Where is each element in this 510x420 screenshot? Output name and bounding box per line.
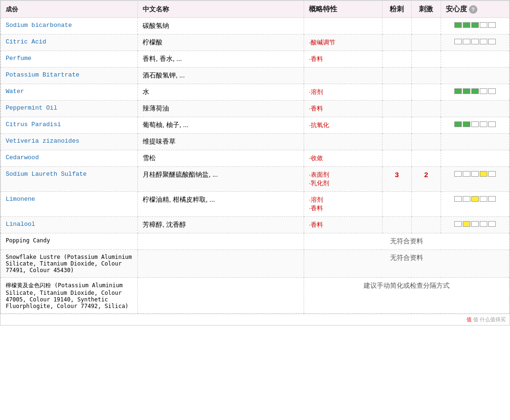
ingredient-link[interactable]: Citric Acid (6, 38, 46, 45)
cell-cn: 维提味香草 (137, 134, 304, 150)
cell-cn: 水 (137, 84, 304, 101)
table-row: Citrus Paradisi葡萄柚, 柚子, ...·抗氧化 (1, 117, 510, 134)
cell-ingredient[interactable]: Perfume (1, 51, 138, 68)
cell-prop: ·收敛 (304, 150, 382, 167)
cell-irritant (411, 68, 441, 84)
cell-cn: 香料, 香水, ... (137, 51, 304, 68)
ingredient-link[interactable]: Citrus Paradisi (6, 121, 61, 128)
cell-cn (137, 250, 304, 278)
cell-prop: 建议手动简化或检查分隔方式 (304, 278, 510, 314)
table-row: Popping Candy无符合资料 (1, 233, 510, 250)
cell-safety (441, 101, 509, 117)
cell-irritant: 2 (411, 167, 441, 192)
cell-prop (304, 134, 382, 150)
cell-powder (382, 117, 411, 134)
ingredient-link[interactable]: Perfume (6, 55, 32, 62)
cell-cn: 碳酸氢钠 (137, 18, 304, 34)
cell-ingredient[interactable]: Water (1, 84, 138, 101)
cell-ingredient[interactable]: Sodium bicarbonate (1, 18, 138, 34)
cell-prop: ·香料 (304, 101, 382, 117)
cell-prop (304, 68, 382, 84)
table-header-row: 成份 中文名称 概略特性 粉刺 刺激 安心度 ? (1, 1, 510, 18)
cell-cn: 柠檬酸 (137, 34, 304, 51)
table-body: Sodium bicarbonate碳酸氢钠Citric Acid柠檬酸·酸碱调… (1, 18, 510, 314)
cell-ingredient[interactable]: Citrus Paradisi (1, 117, 138, 134)
table-row: Potassium Bitartrate酒石酸氢钾, ... (1, 68, 510, 84)
cell-powder (382, 18, 411, 34)
cell-cn: 月桂醇聚醚硫酸酯钠盐, ... (137, 167, 304, 192)
cell-safety (441, 51, 509, 68)
header-ingredient: 成份 (1, 1, 138, 18)
header-cn: 中文名称 (137, 1, 304, 18)
ingredient-table-container: 成份 中文名称 概略特性 粉刺 刺激 安心度 ? Sodium bicarbon… (0, 0, 510, 326)
ingredient-link[interactable]: Vetiveria zizanoides (6, 137, 79, 145)
cell-powder (382, 84, 411, 101)
cell-prop (304, 18, 382, 34)
table-row: Perfume香料, 香水, ...·香料 (1, 51, 510, 68)
table-row: Linalool芳樟醇, 沈香醇·香料 (1, 217, 510, 233)
cell-safety (441, 192, 509, 217)
cell-safety (441, 217, 509, 233)
cell-irritant (411, 34, 441, 51)
cell-powder (382, 150, 411, 167)
cell-prop: ·香料 (304, 51, 382, 68)
cell-ingredient[interactable]: Peppermint Oil (1, 101, 138, 117)
cell-powder (382, 51, 411, 68)
cell-ingredient[interactable]: Potassium Bitartrate (1, 68, 138, 84)
cell-powder: 3 (382, 167, 411, 192)
header-prop: 概略特性 (304, 1, 382, 18)
cell-ingredient[interactable]: Vetiveria zizanoides (1, 134, 138, 150)
table-row: Vetiveria zizanoides维提味香草 (1, 134, 510, 150)
cell-ingredient[interactable]: Citric Acid (1, 34, 138, 51)
cell-prop: ·表面剂·乳化剂 (304, 167, 382, 192)
cell-ingredient[interactable]: Linalool (1, 217, 138, 233)
cell-ingredient[interactable]: Limonene (1, 192, 138, 217)
cell-prop: ·香料 (304, 217, 382, 233)
cell-safety (441, 117, 509, 134)
cell-cn: 酒石酸氢钾, ... (137, 68, 304, 84)
cell-irritant (411, 150, 441, 167)
table-row: Sodium Laureth Sulfate月桂醇聚醚硫酸酯钠盐, ...·表面… (1, 167, 510, 192)
cell-safety (441, 134, 509, 150)
cell-cn (137, 233, 304, 250)
cell-safety (441, 84, 509, 101)
cell-prop: 无符合资料 (304, 250, 510, 278)
ingredient-link[interactable]: Cedarwood (6, 154, 39, 161)
cell-irritant (411, 217, 441, 233)
cell-irritant (411, 18, 441, 34)
ingredient-link[interactable]: Sodium bicarbonate (6, 22, 72, 29)
ingredient-link[interactable]: Water (6, 88, 24, 95)
table-row: Limonene柠檬油精, 柑橘皮粹取, ...·溶剂·香料 (1, 192, 510, 217)
cell-ingredient: Snowflake Lustre (Potassium Aluminium Si… (1, 250, 138, 278)
cell-powder (382, 68, 411, 84)
cell-safety (441, 167, 509, 192)
cell-cn: 葡萄柚, 柚子, ... (137, 117, 304, 134)
cell-ingredient[interactable]: Cedarwood (1, 150, 138, 167)
cell-ingredient: Popping Candy (1, 233, 138, 250)
table-row: Citric Acid柠檬酸·酸碱调节 (1, 34, 510, 51)
table-row: Snowflake Lustre (Potassium Aluminium Si… (1, 250, 510, 278)
ingredient-link[interactable]: Peppermint Oil (6, 104, 57, 111)
table-row: Sodium bicarbonate碳酸氢钠 (1, 18, 510, 34)
table-row: 檸檬黄及金色闪粉 (Potassium Aluminium Silicate, … (1, 278, 510, 314)
ingredient-link[interactable]: Potassium Bitartrate (6, 71, 79, 78)
ingredient-link[interactable]: Linalool (6, 221, 35, 228)
cell-prop: 无符合资料 (304, 233, 510, 250)
cell-irritant (411, 134, 441, 150)
cell-ingredient[interactable]: Sodium Laureth Sulfate (1, 167, 138, 192)
cell-ingredient: 檸檬黄及金色闪粉 (Potassium Aluminium Silicate, … (1, 278, 138, 314)
cell-prop: ·酸碱调节 (304, 34, 382, 51)
cell-cn (137, 278, 304, 314)
cell-irritant (411, 101, 441, 117)
cell-cn: 柠檬油精, 柑橘皮粹取, ... (137, 192, 304, 217)
footer-text: 值 什么值得买 (473, 317, 506, 322)
ingredient-link[interactable]: Limonene (6, 196, 35, 203)
footer-watermark: 值 值 什么值得买 (0, 314, 510, 325)
header-irritant: 刺激 (411, 1, 441, 18)
table-row: Water水·溶剂 (1, 84, 510, 101)
cell-cn: 辣薄荷油 (137, 101, 304, 117)
ingredient-link[interactable]: Sodium Laureth Sulfate (6, 171, 87, 178)
cell-cn: 雪松 (137, 150, 304, 167)
cell-irritant (411, 51, 441, 68)
help-icon[interactable]: ? (469, 5, 477, 14)
